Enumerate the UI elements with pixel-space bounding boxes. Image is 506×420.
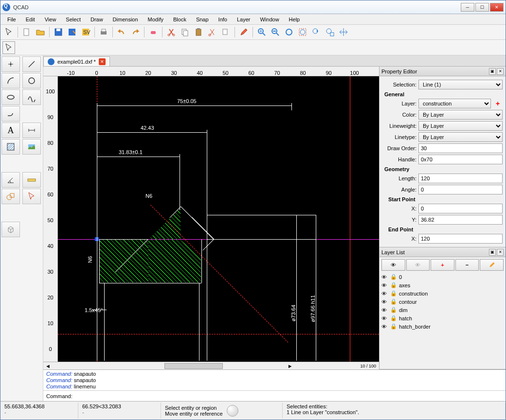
erase-button[interactable] — [147, 26, 160, 38]
polyline-tool[interactable] — [1, 106, 20, 122]
pan-button[interactable] — [337, 26, 350, 38]
start-x-input[interactable] — [418, 204, 503, 213]
layer-select[interactable]: construction — [418, 99, 491, 108]
handle-input[interactable] — [418, 155, 503, 164]
eye-icon[interactable]: 👁 — [381, 282, 388, 288]
menu-window[interactable]: Window — [255, 15, 284, 24]
end-x-input[interactable] — [418, 234, 503, 244]
save-button[interactable] — [52, 26, 65, 38]
linetype-select[interactable]: By Layer — [418, 132, 503, 142]
circle-tool[interactable] — [22, 73, 41, 88]
eye-icon[interactable]: 👁 — [381, 307, 388, 313]
pane-undock-button[interactable]: ▣ — [489, 68, 496, 75]
undo-button[interactable] — [115, 26, 128, 38]
measure-dist-tool[interactable] — [22, 172, 41, 188]
menu-file[interactable]: File — [2, 15, 21, 24]
measure-angle-tool[interactable] — [1, 172, 20, 188]
zoom-selection-button[interactable] — [296, 26, 309, 38]
line-tool[interactable] — [22, 56, 41, 72]
layer-row[interactable]: 👁🔒0 — [380, 273, 506, 281]
save-as-button[interactable] — [66, 26, 78, 38]
image-tool[interactable] — [22, 139, 41, 155]
ellipse-tool[interactable] — [1, 89, 20, 105]
point-tool[interactable] — [1, 56, 20, 72]
command-input[interactable] — [72, 393, 503, 399]
zoom-auto-button[interactable] — [283, 26, 295, 38]
show-all-layers-button[interactable]: 👁 — [381, 259, 405, 271]
eye-icon[interactable]: 👁 — [381, 299, 388, 305]
menu-modify[interactable]: Modify — [143, 15, 168, 24]
copy-ref-button[interactable] — [219, 26, 232, 38]
close-button[interactable]: ✕ — [490, 3, 504, 12]
color-select[interactable]: By Layer — [418, 110, 503, 120]
zoom-previous-button[interactable] — [310, 26, 323, 38]
save-svg-button[interactable]: SVG — [79, 26, 92, 38]
menu-draw[interactable]: Draw — [86, 15, 108, 24]
eye-icon[interactable]: 👁 — [381, 291, 388, 297]
eye-icon[interactable]: 👁 — [381, 274, 388, 280]
layer-row[interactable]: 👁🔒hatch_border — [380, 322, 506, 331]
layer-pane-close[interactable]: ✕ — [497, 249, 504, 256]
cut-button[interactable] — [165, 26, 178, 38]
redo-button[interactable] — [129, 26, 142, 38]
lineweight-select[interactable]: By Layer — [418, 121, 503, 131]
maximize-button[interactable]: ☐ — [475, 3, 489, 12]
add-layer-button[interactable]: + — [493, 99, 503, 108]
layer-pane-undock[interactable]: ▣ — [489, 249, 496, 256]
horizontal-scrollbar[interactable]: ◄ ► 10 / 100 — [43, 362, 379, 369]
start-y-input[interactable] — [418, 215, 503, 225]
layer-row[interactable]: 👁🔒dim — [380, 306, 506, 314]
hide-all-layers-button[interactable]: 👁 — [406, 259, 430, 271]
scroll-thumb[interactable] — [164, 363, 223, 369]
lock-icon[interactable]: 🔒 — [390, 307, 397, 313]
print-button[interactable] — [97, 26, 110, 38]
layer-row[interactable]: 👁🔒hatch — [380, 314, 506, 322]
lock-icon[interactable]: 🔒 — [390, 282, 397, 288]
menu-info[interactable]: Info — [214, 15, 232, 24]
menu-view[interactable]: View — [40, 15, 61, 24]
menu-snap[interactable]: Snap — [191, 15, 214, 24]
block-tool[interactable] — [1, 189, 20, 204]
new-file-button[interactable] — [20, 26, 33, 38]
zoom-window-button[interactable] — [324, 26, 336, 38]
zoom-in-button[interactable] — [255, 26, 268, 38]
angle-input[interactable] — [418, 185, 503, 194]
menu-select[interactable]: Select — [61, 15, 86, 24]
remove-layer-button[interactable]: − — [455, 259, 479, 271]
minimize-button[interactable]: ─ — [461, 3, 474, 12]
layer-row[interactable]: 👁🔒contour — [380, 298, 506, 306]
cut-ref-button[interactable] — [206, 26, 218, 38]
layer-row[interactable]: 👁🔒construction — [380, 289, 506, 298]
lock-icon[interactable]: 🔒 — [390, 315, 397, 321]
hatch-tool[interactable] — [1, 139, 20, 155]
menu-edit[interactable]: Edit — [21, 15, 40, 24]
3d-tool[interactable] — [1, 222, 20, 237]
spline-tool[interactable] — [22, 89, 41, 105]
add-layer-button-2[interactable]: + — [431, 259, 454, 271]
pointer-tool-2[interactable] — [2, 41, 15, 54]
length-input[interactable] — [418, 174, 503, 183]
drawing-canvas[interactable]: 75±0.05 42.43 31.83±0.1 — [58, 76, 379, 362]
pointer-tool[interactable] — [2, 26, 15, 38]
menu-layer[interactable]: Layer — [232, 15, 255, 24]
layer-row[interactable]: 👁🔒axes — [380, 281, 506, 289]
text-tool[interactable]: A — [1, 122, 20, 138]
edit-layer-button[interactable] — [480, 259, 504, 271]
copy-button[interactable] — [179, 26, 191, 38]
arc-tool[interactable] — [1, 73, 20, 88]
menu-dimension[interactable]: Dimension — [108, 15, 143, 24]
menu-block[interactable]: Block — [168, 15, 191, 24]
eye-icon[interactable]: 👁 — [381, 315, 388, 321]
open-file-button[interactable] — [34, 26, 47, 38]
zoom-out-button[interactable] — [269, 26, 282, 38]
lock-icon[interactable]: 🔒 — [390, 323, 397, 330]
draworder-input[interactable] — [418, 143, 503, 153]
pane-close-button[interactable]: ✕ — [497, 68, 504, 75]
dimension-tool[interactable] — [22, 122, 41, 138]
document-tab[interactable]: example01.dxf * ✕ — [43, 56, 110, 66]
lock-icon[interactable]: 🔒 — [390, 298, 397, 305]
eye-icon[interactable]: 👁 — [381, 324, 388, 330]
lock-icon[interactable]: 🔒 — [390, 274, 397, 280]
paste-button[interactable] — [192, 26, 205, 38]
pencil-button[interactable] — [237, 26, 250, 38]
